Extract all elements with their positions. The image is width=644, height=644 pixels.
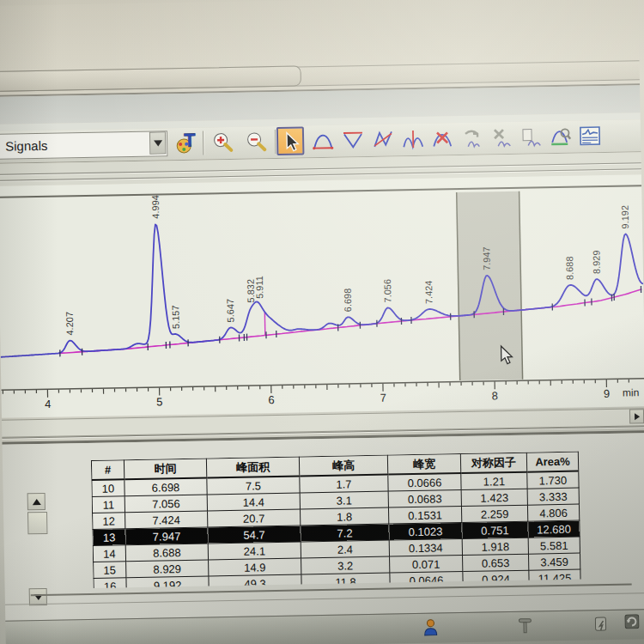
table-cell[interactable]: 1.8 (300, 507, 388, 526)
signals-combobox-value: Signals (5, 138, 48, 154)
peak-table[interactable]: #时间峰面积峰高峰宽对称因子Area% 106.6987.51.70.06661… (91, 452, 581, 588)
table-cell[interactable]: 16 (94, 578, 126, 588)
table-cell[interactable]: 7.5 (207, 477, 300, 495)
table-cell[interactable]: 1.423 (461, 489, 527, 506)
arrow-up-icon (32, 499, 40, 505)
table-cell[interactable]: 0.1334 (389, 539, 462, 557)
integration-report-button[interactable] (576, 121, 605, 150)
zoom-out-button[interactable] (242, 127, 270, 156)
table-cell[interactable]: 0.0666 (388, 473, 461, 491)
annotate-text-button[interactable]: T (173, 129, 201, 158)
table-cell[interactable]: 14.4 (207, 493, 300, 511)
table-cell[interactable]: 3.459 (528, 553, 580, 570)
table-cell[interactable]: 0.751 (462, 521, 528, 538)
pointer-button[interactable] (276, 126, 305, 155)
chromatogram-plot[interactable]: 4.2074.9945.1575.6475.8325.9116.6987.056… (0, 173, 644, 418)
scroll-right-button[interactable] (629, 409, 644, 423)
divider (0, 162, 641, 175)
copy-integration-button[interactable] (517, 122, 545, 151)
table-cell[interactable]: 54.7 (208, 526, 301, 544)
table-cell[interactable]: 1.730 (527, 471, 579, 489)
peak-retention-label: 7.947 (481, 246, 492, 270)
table-cell[interactable]: 7.2 (301, 524, 389, 542)
table-cell[interactable]: 0.1531 (388, 507, 461, 525)
pointer-icon (279, 130, 301, 152)
column-header[interactable]: 峰面积 (206, 457, 299, 477)
peak-retention-label: 8.929 (591, 250, 602, 274)
table-cell[interactable]: 5.581 (528, 537, 580, 554)
table-cell[interactable]: 2.259 (461, 505, 527, 522)
column-header[interactable]: 峰高 (299, 455, 387, 476)
table-cell[interactable]: 12.680 (528, 520, 580, 538)
column-header[interactable]: # (91, 460, 124, 480)
table-cell[interactable]: 1.21 (461, 472, 527, 490)
table-cell[interactable]: 2.4 (301, 540, 389, 558)
toolbar-separator (203, 131, 204, 155)
plot-top-border (0, 185, 641, 197)
x-axis-tick-label: 6 (268, 393, 275, 406)
user-icon (423, 619, 437, 636)
table-cell[interactable]: 11 (92, 496, 125, 513)
column-header[interactable]: Area% (526, 452, 578, 472)
table-cell[interactable]: 24.1 (208, 542, 301, 560)
signals-dropdown-button[interactable] (149, 131, 166, 154)
undo-integration-button[interactable] (459, 123, 487, 152)
zoom-out-icon (245, 131, 267, 153)
table-cell[interactable]: 1.7 (300, 475, 388, 493)
peak-table-viewport[interactable]: #时间峰面积峰高峰宽对称因子Area% 106.6987.51.70.06661… (91, 451, 585, 587)
table-cell[interactable]: 0.0683 (388, 490, 461, 508)
delete-peak-button[interactable] (428, 124, 457, 153)
table-cell[interactable]: 12 (93, 513, 125, 530)
table-cell[interactable]: 14.9 (209, 558, 301, 576)
table-cell[interactable]: 3.1 (300, 491, 388, 509)
integrate-peak-icon (312, 129, 334, 151)
integrate-peak-button[interactable] (309, 126, 337, 155)
clear-integration-icon (490, 125, 513, 148)
split-peak-icon (372, 128, 394, 150)
signals-combobox[interactable]: Signals (0, 131, 167, 160)
selected-region-band (457, 191, 523, 380)
table-cell[interactable]: 0.071 (390, 556, 463, 574)
table-cell[interactable]: 3.333 (527, 488, 579, 505)
peak-search-button[interactable] (547, 122, 575, 151)
split-peak-button[interactable] (369, 125, 398, 154)
chromatogram-trace (0, 216, 644, 357)
peak-retention-label: 9.192 (620, 205, 631, 229)
table-cell[interactable]: 7.056 (125, 495, 207, 513)
peak-retention-label: 4.994 (150, 195, 161, 219)
column-header[interactable]: 对称因子 (460, 453, 526, 473)
table-cell[interactable]: 13 (93, 529, 125, 546)
x-axis-tick-label: 9 (604, 387, 611, 400)
x-axis-unit-label: min (623, 386, 640, 398)
table-cell[interactable]: 7.947 (125, 527, 208, 545)
table-cell[interactable]: 7.424 (125, 511, 208, 529)
table-cell[interactable]: 8.688 (125, 544, 208, 562)
x-axis-line (1, 379, 644, 391)
table-cell[interactable]: 20.7 (208, 509, 301, 527)
zoom-in-button[interactable] (209, 128, 237, 157)
table-scroll-up-button[interactable] (27, 493, 46, 510)
table-cell[interactable]: 1.918 (462, 538, 528, 555)
table-cell[interactable]: 15 (94, 562, 126, 579)
table-cell[interactable]: 0.1023 (389, 523, 462, 541)
table-scrollbar-thumb[interactable] (27, 512, 47, 534)
merge-peaks-button[interactable] (399, 125, 428, 154)
table-cell[interactable]: 3.2 (301, 556, 390, 574)
notes-icon (594, 616, 609, 632)
x-axis-tick-label: 4 (45, 398, 52, 410)
merge-peaks-icon (402, 127, 424, 149)
table-cell[interactable]: 14 (93, 545, 125, 562)
column-header[interactable]: 峰宽 (387, 454, 460, 475)
x-axis-tick-label: 5 (156, 395, 163, 408)
table-cell[interactable]: 8.929 (126, 560, 209, 578)
integrate-valley-button[interactable] (339, 125, 368, 155)
table-cell[interactable]: 0.653 (463, 554, 529, 571)
column-header[interactable]: 时间 (124, 459, 206, 479)
clear-integration-button[interactable] (488, 123, 516, 152)
table-cell[interactable]: 6.698 (125, 477, 207, 495)
arrow-right-icon (635, 413, 640, 420)
undo-integration-icon (461, 126, 483, 149)
table-cell[interactable]: 4.806 (527, 504, 579, 521)
window-titlebar-fragment (0, 65, 301, 92)
table-cell[interactable]: 10 (92, 479, 125, 496)
